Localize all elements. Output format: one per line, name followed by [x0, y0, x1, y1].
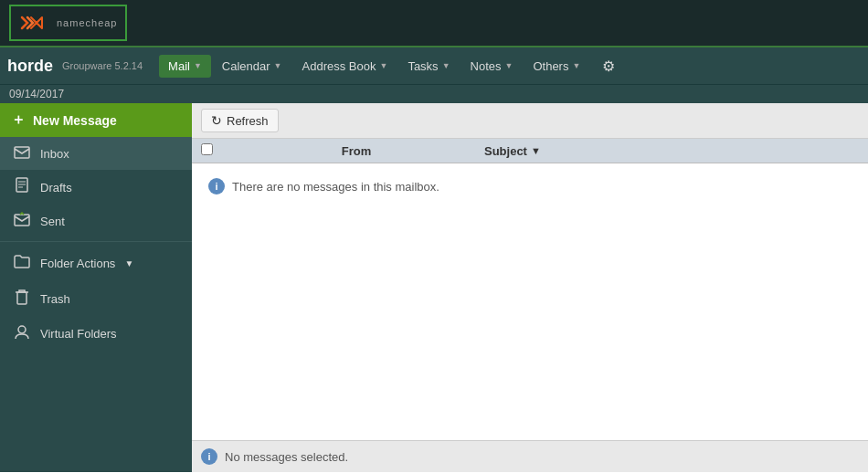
select-all-checkbox[interactable] [201, 143, 213, 155]
folder-actions-icon [13, 255, 31, 272]
nav-others-arrow: ▼ [572, 61, 580, 70]
toolbar: ↻ Refresh [192, 103, 868, 139]
horde-version: Groupware 5.2.14 [62, 60, 143, 71]
nav-tasks-arrow: ▼ [442, 61, 450, 70]
content-area: ↻ Refresh From Subject ▼ i There are no … [192, 103, 868, 472]
date-bar: 09/14/2017 [0, 84, 868, 103]
folder-actions-chevron: ▼ [124, 258, 133, 268]
nav-addressbook-label: Address Book [302, 59, 376, 73]
sidebar-trash-label: Trash [40, 292, 70, 306]
sidebar-folder-actions[interactable]: Folder Actions ▼ [0, 246, 192, 281]
new-message-label: New Message [33, 113, 117, 128]
sidebar-folder-actions-label: Folder Actions [40, 257, 115, 270]
sidebar-drafts-label: Drafts [40, 181, 72, 194]
nav-addressbook[interactable]: Address Book ▼ [293, 55, 397, 78]
svg-rect-0 [18, 10, 51, 36]
sidebar-inbox-label: Inbox [40, 147, 69, 161]
nav-mail-label: Mail [168, 59, 190, 73]
logo-bar: namecheap [0, 0, 868, 47]
nav-others[interactable]: Others ▼ [524, 55, 589, 78]
current-date: 09/14/2017 [9, 88, 64, 100]
nav-notes-label: Notes [471, 59, 502, 73]
refresh-button[interactable]: ↻ Refresh [201, 109, 279, 132]
svg-point-5 [18, 326, 26, 333]
from-column-header: From [228, 144, 484, 158]
virtual-folders-icon [13, 323, 31, 343]
logo-box: namecheap [9, 5, 127, 41]
sidebar-item-drafts[interactable]: Drafts [0, 170, 192, 205]
sort-icon: ▼ [531, 145, 541, 156]
subject-label: Subject [484, 144, 527, 158]
status-text: No messages selected. [225, 450, 348, 464]
info-icon: i [208, 178, 225, 194]
nav-mail-arrow: ▼ [194, 61, 202, 70]
sent-icon [13, 212, 31, 230]
status-bar: i No messages selected. [192, 440, 868, 472]
sidebar-sent-label: Sent [40, 215, 65, 228]
svg-rect-3 [15, 215, 29, 226]
empty-inbox-notice: i There are no messages in this mailbox. [201, 173, 859, 200]
namecheap-logo-icon [18, 10, 51, 36]
nav-calendar-label: Calendar [222, 59, 270, 73]
sidebar-item-trash[interactable]: Trash [0, 281, 192, 316]
sidebar-item-inbox[interactable]: Inbox [0, 137, 192, 170]
nav-calendar[interactable]: Calendar ▼ [213, 55, 291, 78]
inbox-icon [13, 144, 31, 163]
svg-rect-4 [17, 292, 26, 304]
empty-inbox-text: There are no messages in this mailbox. [232, 180, 439, 194]
namecheap-label: namecheap [57, 17, 118, 28]
nav-calendar-arrow: ▼ [274, 61, 282, 70]
new-message-button[interactable]: ＋ New Message [0, 103, 192, 137]
sidebar-item-virtual-folders[interactable]: Virtual Folders [0, 316, 192, 351]
sidebar-item-sent[interactable]: Sent [0, 205, 192, 237]
refresh-icon: ↻ [211, 113, 222, 128]
sidebar-divider-1 [0, 241, 192, 242]
refresh-label: Refresh [227, 114, 269, 128]
message-body: i There are no messages in this mailbox. [192, 163, 868, 440]
nav-others-label: Others [533, 59, 568, 73]
sidebar: ＋ New Message Inbox Drafts Sent [0, 103, 192, 472]
header-checkbox[interactable] [201, 143, 228, 158]
status-info-icon: i [201, 448, 217, 465]
new-message-icon: ＋ [11, 110, 26, 130]
horde-brand: horde [7, 57, 53, 76]
nav-bar: horde Groupware 5.2.14 Mail ▼ Calendar ▼… [0, 47, 868, 84]
nav-notes-arrow: ▼ [505, 61, 513, 70]
main-layout: ＋ New Message Inbox Drafts Sent [0, 103, 868, 472]
svg-rect-1 [15, 147, 29, 158]
nav-notes[interactable]: Notes ▼ [461, 55, 523, 78]
trash-icon [13, 289, 31, 309]
subject-column-header[interactable]: Subject ▼ [484, 144, 859, 158]
sidebar-virtual-folders-label: Virtual Folders [40, 327, 117, 341]
settings-icon[interactable]: ⚙ [595, 53, 622, 79]
nav-tasks[interactable]: Tasks ▼ [398, 55, 459, 78]
nav-tasks-label: Tasks [408, 59, 438, 73]
drafts-icon [13, 177, 31, 197]
nav-mail[interactable]: Mail ▼ [159, 55, 211, 78]
message-list-header: From Subject ▼ [192, 139, 868, 163]
nav-addressbook-arrow: ▼ [379, 61, 387, 70]
